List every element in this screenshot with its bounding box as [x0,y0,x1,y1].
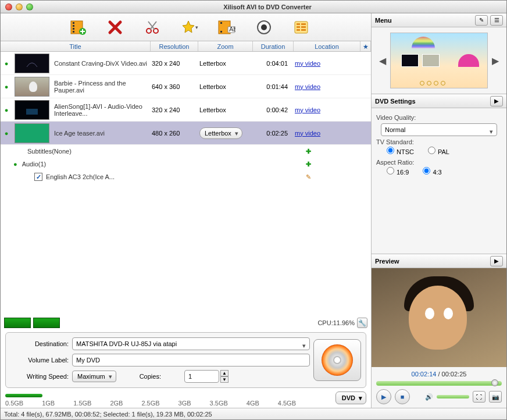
col-resolution[interactable]: Resolution [151,41,198,51]
record-button[interactable] [255,19,273,36]
volume-slider[interactable] [437,395,469,398]
preview-seekbar[interactable] [376,381,502,386]
preview-video[interactable] [372,268,506,367]
preview-header: Preview ▶ [372,254,506,268]
file-resolution: 320 x 240 [149,106,197,113]
file-list[interactable]: ● Constant Craving-DivX Video.avi 320 x … [1,52,371,316]
ruler-tick: 2GB [110,400,123,407]
preview-expand-button[interactable]: ▶ [490,256,503,266]
dvd-settings-header: DVD Settings ▶ [372,94,506,108]
file-location-link[interactable]: my video [295,83,320,90]
edit-track-icon[interactable]: ✎ [304,173,313,181]
add-audio-icon[interactable]: ✚ [304,161,313,168]
add-icon[interactable]: ● [1,60,12,67]
window-title: Xilisoft AVI to DVD Converter [33,3,502,10]
menu-panel-header: Menu ✎ ☰ [372,13,506,27]
destination-label: Destination: [10,340,69,347]
size-ruler: 0.5GB1GB1.5GB2GB2.5GB3GB3.5GB4GB4.5GB DV… [5,391,366,407]
add-icon[interactable]: ● [1,83,12,90]
seekbar-knob[interactable] [491,379,498,386]
menu-template-thumbnail[interactable] [390,33,488,88]
volume-icon[interactable]: 🔊 [425,393,433,401]
copies-up-button[interactable]: ▲ [220,370,228,376]
ntsc-radio[interactable]: NTSC [387,147,414,155]
audio-row[interactable]: ● Audio(1) ✚ [1,158,371,170]
dvd-settings-expand-button[interactable]: ▶ [490,96,503,106]
track-checkbox[interactable]: ✓ [34,173,42,181]
fullscreen-button[interactable]: ⛶ [473,391,485,403]
audio-track-row[interactable]: ✓ English AC3 2ch(Ice A... ✎ [1,170,371,183]
file-duration: 0:01:44 [252,83,292,90]
file-location-link[interactable]: my video [295,130,320,137]
cpu-bar: CPU:11.96% 🔧 [1,316,371,330]
file-resolution: 320 x 240 [149,60,197,67]
volume-label-label: Volume Label: [10,357,69,364]
copies-down-button[interactable]: ▼ [220,376,228,383]
volume-label-input[interactable]: My DVD [72,354,310,366]
file-location-link[interactable]: my video [295,106,320,113]
video-quality-select[interactable]: Normal [381,123,497,136]
thumbnail [15,77,49,97]
file-row[interactable]: ● Barbie - Princess and the Pauper.avi 6… [1,75,371,98]
remove-icon[interactable]: ● [1,130,12,137]
svg-rect-21 [301,29,306,31]
zoom-select[interactable]: Letterbox [199,127,242,139]
file-row[interactable]: ● Constant Craving-DivX Video.avi 320 x … [1,52,371,75]
chapters-button[interactable] [292,19,310,36]
svg-rect-17 [297,26,300,28]
size-used-bar [5,394,42,397]
edit-menu-button[interactable]: ✎ [475,15,488,26]
col-location[interactable]: Location [294,41,360,51]
cpu-meter [4,318,31,328]
delete-button[interactable] [106,19,124,36]
add-icon[interactable]: ● [1,106,12,113]
file-title: Constant Craving-DivX Video.avi [52,60,149,67]
aspect-169-radio[interactable]: 16:9 [387,167,409,176]
ruler-tick: 3.5GB [210,400,228,407]
preview-timecode: 00:02:14 / 00:02:25 [372,367,506,381]
dvd-settings-title: DVD Settings [375,98,488,105]
play-button[interactable]: ▶ [376,389,391,404]
pal-radio[interactable]: PAL [428,147,449,155]
cut-button[interactable] [144,19,161,36]
file-row[interactable]: ● AlienSong[1]-AVI - Audio-Video Interle… [1,98,371,122]
col-duration[interactable]: Duration [253,41,294,51]
file-duration: 0:02:25 [252,130,292,137]
collapse-icon[interactable]: ● [13,161,17,168]
close-window-button[interactable] [5,3,12,10]
svg-rect-10 [220,31,222,33]
svg-rect-9 [220,22,222,24]
menu-prev-button[interactable]: ◀ [379,55,387,66]
aspect-43-radio[interactable]: 4:3 [423,167,441,176]
minimize-window-button[interactable] [16,3,23,10]
cpu-settings-button[interactable]: 🔧 [357,318,367,328]
subtitles-row[interactable]: Subtitles(None) ✚ [1,145,371,158]
cpu-meter [33,318,60,328]
add-files-button[interactable] [69,19,87,36]
col-star[interactable]: ★ [360,41,371,51]
disc-type-select[interactable]: DVD [335,391,366,404]
destination-select[interactable]: MATSHITA DVD-R UJ-85J via atapi [72,337,310,350]
file-zoom: Letterbox [197,106,252,113]
col-zoom[interactable]: Zoom [198,41,253,51]
add-subtitle-icon[interactable]: ✚ [304,148,313,155]
effects-button[interactable]: ▾ [181,19,198,36]
menu-next-button[interactable]: ▶ [491,55,499,66]
copies-input[interactable]: 1 [184,370,219,383]
file-location-link[interactable]: my video [295,60,320,67]
stop-button[interactable]: ■ [395,389,410,404]
writing-speed-select[interactable]: Maximum [72,371,116,382]
menu-list-button[interactable]: ☰ [490,15,503,26]
file-row-selected[interactable]: ● Ice Age teaser.avi 480 x 260 Letterbox… [1,122,371,145]
burn-button[interactable] [313,339,361,381]
track-label: English AC3 2ch(Ice A... [46,173,304,180]
zoom-window-button[interactable] [26,3,33,10]
svg-rect-2 [73,25,74,27]
col-title[interactable]: Title [1,41,151,51]
writing-speed-label: Writing Speed: [10,373,69,380]
burn-disc-icon [322,344,353,376]
subtitles-label: Subtitles(None) [27,148,304,155]
file-title: AlienSong[1]-AVI - Audio-Video Interleav… [52,103,149,117]
subtitle-button[interactable]: ABC [218,19,235,36]
snapshot-button[interactable]: 📷 [489,391,502,403]
